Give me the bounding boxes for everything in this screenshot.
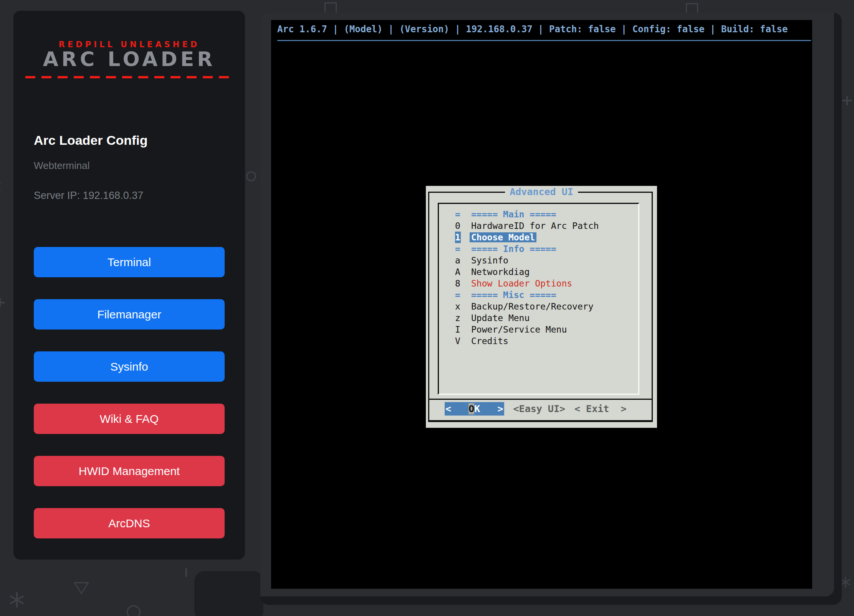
sidebar-button-filemanager[interactable]: Filemanager bbox=[34, 299, 225, 330]
bg-shape-asterisk-icon bbox=[16, 592, 18, 608]
menu-label: Sysinfo bbox=[471, 255, 508, 265]
menu-label: Update Menu bbox=[471, 313, 530, 323]
menu-label: ===== Misc ===== bbox=[471, 290, 556, 300]
dialog-menu-item[interactable]: ANetworkdiag bbox=[455, 266, 638, 278]
sidebar-button-wiki-faq[interactable]: Wiki & FAQ bbox=[34, 404, 225, 434]
dialog-menu-item[interactable]: ====== Main ===== bbox=[455, 209, 638, 220]
menu-key: 1 bbox=[455, 232, 461, 243]
ok-button[interactable]: < OK > bbox=[445, 402, 504, 416]
logo-dashes bbox=[25, 76, 233, 78]
logo-arcloader-text: ARC LOADER bbox=[13, 48, 245, 71]
dialog-menu-item[interactable]: xBackup/Restore/Recovery bbox=[455, 301, 638, 312]
bg-shape-circle-icon bbox=[127, 605, 141, 616]
advanced-ui-dialog: Advanced UI ====== Main =====0HardwareID… bbox=[426, 186, 657, 428]
menu-key: I bbox=[455, 324, 461, 335]
terminal-status-underline bbox=[277, 40, 811, 41]
menu-key: a bbox=[455, 255, 461, 266]
menu-label: Credits bbox=[471, 336, 508, 346]
menu-key: V bbox=[455, 335, 461, 347]
dialog-menu-item[interactable]: ====== Misc ===== bbox=[455, 289, 638, 301]
bg-shape-triangle-icon bbox=[74, 582, 89, 594]
menu-key: z bbox=[455, 312, 461, 324]
bg-shape-tick-icon bbox=[185, 568, 187, 577]
menu-label: ===== Info ===== bbox=[471, 244, 556, 254]
sidebar-button-arcdns[interactable]: ArcDNS bbox=[34, 508, 225, 538]
button-suffix: K > bbox=[474, 403, 503, 414]
dialog-button-row: < OK ><Easy UI>< Exit > bbox=[445, 402, 626, 416]
button-prefix: < bbox=[445, 403, 468, 414]
menu-key: = bbox=[455, 289, 461, 301]
menu-key: 0 bbox=[455, 220, 461, 232]
dialog-menu-item[interactable]: aSysinfo bbox=[455, 255, 638, 266]
menu-label: Networkdiag bbox=[471, 267, 530, 277]
dialog-separator bbox=[428, 399, 653, 400]
server-ip-label: Server IP: 192.168.0.37 bbox=[34, 190, 143, 202]
menu-key: = bbox=[455, 243, 461, 255]
menu-label: Backup/Restore/Recovery bbox=[471, 301, 594, 311]
exit-button[interactable]: < Exit > bbox=[574, 402, 626, 416]
dialog-border-bottom bbox=[428, 420, 653, 422]
menu-key: 8 bbox=[455, 278, 461, 289]
page-subtitle: Webterminal bbox=[34, 160, 89, 172]
dialog-menu-item[interactable]: zUpdate Menu bbox=[455, 312, 638, 324]
dialog-menu-item[interactable]: 8Show Loader Options bbox=[455, 278, 638, 289]
dialog-title: Advanced UI bbox=[505, 186, 578, 197]
dialog-border-left bbox=[428, 192, 429, 422]
dialog-menu-item[interactable]: 0HardwareID for Arc Patch bbox=[455, 220, 638, 232]
sidebar-button-hwid-management[interactable]: HWID Management bbox=[34, 456, 225, 486]
menu-label: Show Loader Options bbox=[471, 278, 572, 288]
terminal-status-bar: Arc 1.6.7 | (Model) | (Version) | 192.16… bbox=[277, 24, 788, 35]
menu-label: Power/Service Menu bbox=[471, 325, 567, 334]
menu-label: ===== Main ===== bbox=[471, 209, 556, 219]
bg-shape-circle-icon bbox=[246, 171, 256, 181]
bg-shape-rounded-rect bbox=[194, 571, 263, 616]
dialog-menu-item[interactable]: IPower/Service Menu bbox=[455, 324, 638, 335]
bg-shape-asterisk-icon bbox=[845, 577, 846, 588]
menu-key: x bbox=[455, 301, 461, 312]
dialog-menu-item[interactable]: ====== Info ===== bbox=[455, 243, 638, 255]
easy-ui-button[interactable]: <Easy UI> bbox=[513, 402, 565, 416]
dialog-border-right bbox=[652, 192, 653, 422]
page-title: Arc Loader Config bbox=[34, 133, 148, 148]
sidebar-button-terminal[interactable]: Terminal bbox=[34, 247, 225, 277]
sidebar-button-sysinfo[interactable]: Sysinfo bbox=[34, 351, 225, 382]
dialog-menu: ====== Main =====0HardwareID for Arc Pat… bbox=[438, 203, 639, 395]
sidebar-button-list: TerminalFilemanagerSysinfoWiki & FAQHWID… bbox=[34, 247, 225, 538]
bg-shape-chevron-icon bbox=[0, 182, 4, 191]
menu-label: HardwareID for Arc Patch bbox=[471, 221, 599, 231]
text-cursor: O bbox=[468, 403, 474, 414]
menu-label: Choose Model bbox=[470, 232, 536, 242]
menu-key: = bbox=[455, 209, 461, 220]
dialog-menu-item[interactable]: VCredits bbox=[455, 335, 638, 347]
sidebar: REDPILL UNLEASHED ARC LOADER Arc Loader … bbox=[13, 11, 245, 560]
bg-shape-plus-icon bbox=[842, 96, 852, 105]
bg-shape-plus-icon bbox=[0, 298, 5, 307]
dialog-menu-item[interactable]: 1Choose Model bbox=[455, 232, 638, 243]
menu-key: A bbox=[455, 266, 461, 278]
